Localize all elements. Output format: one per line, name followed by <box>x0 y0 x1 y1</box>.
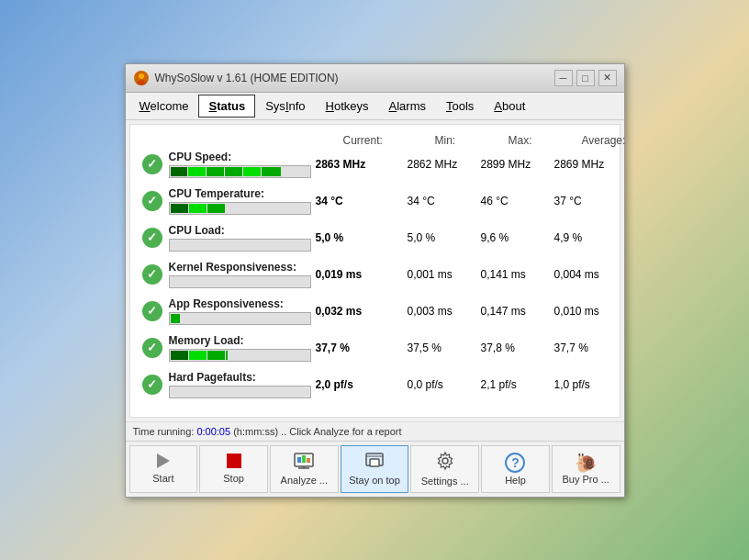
main-window: WhySoSlow v 1.61 (HOME EDITION) ─ □ ✕ We… <box>125 63 625 498</box>
title-bar: WhySoSlow v 1.61 (HOME EDITION) ─ □ ✕ <box>126 64 624 93</box>
mem-load-max: 37,8 % <box>481 342 554 354</box>
header-label-col <box>169 134 343 147</box>
start-label: Start <box>152 473 173 484</box>
svg-point-1 <box>139 73 144 79</box>
cpu-temp-max: 46 °C <box>481 195 554 207</box>
cpu-speed-avg: 2869 MHz <box>554 158 637 171</box>
pagefaults-max: 2,1 pf/s <box>481 378 554 391</box>
minimize-button[interactable]: ─ <box>554 70 573 86</box>
menu-status[interactable]: Status <box>198 95 255 118</box>
check-icon-cpu-temp: ✓ <box>141 190 163 212</box>
stat-row-app-resp: ✓ App Responsiveness: 0,032 ms 0,003 ms … <box>141 297 609 325</box>
help-icon: ? <box>505 453 525 473</box>
check-icon-cpu-speed: ✓ <box>141 153 163 175</box>
svg-rect-10 <box>370 459 379 466</box>
close-button[interactable]: ✕ <box>598 70 617 86</box>
progress-bar-cpu-load <box>169 239 311 252</box>
check-icon-pagefaults: ✓ <box>141 374 163 396</box>
stat-info-mem-load: Memory Load: <box>169 334 316 362</box>
stay-on-top-button[interactable]: Stay on top <box>341 445 409 493</box>
window-controls: ─ □ ✕ <box>554 70 617 86</box>
analyze-icon <box>293 452 315 473</box>
settings-icon <box>435 451 455 474</box>
window-title: WhySoSlow v 1.61 (HOME EDITION) <box>155 72 554 84</box>
svg-point-2 <box>137 80 146 85</box>
help-button[interactable]: ? Help <box>481 445 550 493</box>
menu-hotkeys[interactable]: Hotkeys <box>316 95 379 118</box>
cpu-load-current: 5,0 % <box>316 231 408 244</box>
progress-bar-cpu-speed <box>169 165 311 178</box>
mem-load-current: 37,7 % <box>316 342 408 354</box>
stop-label: Stop <box>223 473 244 484</box>
progress-bar-kernel-resp <box>169 275 311 288</box>
pagefaults-avg: 1,0 pf/s <box>554 378 637 391</box>
cpu-temp-current: 34 °C <box>316 195 408 207</box>
stay-on-top-icon <box>363 452 386 473</box>
app-resp-current: 0,032 ms <box>316 305 408 318</box>
app-resp-avg: 0,010 ms <box>554 305 637 318</box>
menu-welcome[interactable]: Welcome <box>129 95 199 118</box>
stat-row-mem-load: ✓ Memory Load: 37,7 % 37,5 % 37,8 % 37,7… <box>141 334 609 362</box>
check-icon-cpu-load: ✓ <box>141 227 163 249</box>
settings-button[interactable]: Settings ... <box>410 445 479 493</box>
stop-button[interactable]: Stop <box>199 445 268 493</box>
stat-info-cpu-temp: CPU Temperature: <box>169 187 316 215</box>
progress-bar-mem-load <box>169 349 311 362</box>
maximize-button[interactable]: □ <box>576 70 595 86</box>
check-icon-kernel-resp: ✓ <box>141 263 163 286</box>
help-label: Help <box>505 475 526 486</box>
cpu-load-avg: 4,9 % <box>554 231 637 244</box>
pagefaults-min: 0,0 pf/s <box>408 378 481 391</box>
menu-bar: Welcome Status SysInfo Hotkeys Alarms To… <box>126 93 624 120</box>
svg-rect-8 <box>307 458 310 463</box>
stat-row-cpu-speed: ✓ CPU Speed: 2863 MHz 2862 MHz 2899 <box>141 151 609 178</box>
stat-info-app-resp: App Responsiveness: <box>169 297 316 325</box>
cpu-speed-max: 2899 MHz <box>481 158 554 171</box>
progress-bar-pagefaults <box>169 386 311 398</box>
mem-load-avg: 37,7 % <box>554 342 637 354</box>
stat-info-pagefaults: Hard Pagefaults: <box>169 371 316 398</box>
menu-sysinfo[interactable]: SysInfo <box>255 95 315 118</box>
header-max: Max: <box>509 134 582 147</box>
header-avg: Average: <box>582 134 665 147</box>
pagefaults-current: 2,0 pf/s <box>316 378 408 391</box>
kernel-resp-avg: 0,004 ms <box>554 268 637 281</box>
stat-row-cpu-temp: ✓ CPU Temperature: 34 °C 34 °C 46 °C 37 … <box>141 187 609 215</box>
stat-info-kernel-resp: Kernel Responsiveness: <box>169 261 316 288</box>
progress-bar-app-resp <box>169 312 311 325</box>
cpu-temp-min: 34 °C <box>408 195 481 207</box>
app-icon <box>133 70 150 86</box>
stay-on-top-label: Stay on top <box>349 475 400 486</box>
menu-about[interactable]: About <box>484 95 535 118</box>
cpu-load-max: 9,6 % <box>481 231 554 244</box>
status-time: 0:00:05 <box>196 426 230 437</box>
check-icon-app-resp: ✓ <box>141 300 163 322</box>
header-current: Current: <box>343 134 435 147</box>
kernel-resp-current: 0,019 ms <box>316 268 408 281</box>
snail-icon: 🐌 <box>575 454 598 472</box>
header-min: Min: <box>435 134 509 147</box>
status-bar: Time running: 0:00:05 (h:mm:ss) .. Click… <box>126 421 624 441</box>
analyze-label: Analyze ... <box>281 475 328 486</box>
kernel-resp-min: 0,001 ms <box>408 268 481 281</box>
play-icon <box>157 454 170 471</box>
check-icon-mem-load: ✓ <box>141 337 163 359</box>
analyze-button[interactable]: Analyze ... <box>270 445 339 493</box>
cpu-temp-avg: 37 °C <box>554 195 637 207</box>
app-resp-min: 0,003 ms <box>408 305 481 318</box>
svg-rect-6 <box>297 457 301 463</box>
stats-header: Current: Min: Max: Average: <box>141 134 609 147</box>
buy-pro-label: Buy Pro ... <box>562 474 609 485</box>
mem-load-min: 37,5 % <box>408 342 481 354</box>
start-button[interactable]: Start <box>129 445 198 493</box>
content-panel: Current: Min: Max: Average: ✓ CPU Speed: <box>129 124 620 418</box>
progress-bar-cpu-temp <box>169 202 311 215</box>
stat-row-pagefaults: ✓ Hard Pagefaults: 2,0 pf/s 0,0 pf/s 2,1… <box>141 371 609 398</box>
menu-tools[interactable]: Tools <box>436 95 484 118</box>
toolbar: Start Stop Analyze ... <box>126 441 624 497</box>
app-resp-max: 0,147 ms <box>481 305 554 318</box>
cpu-load-min: 5,0 % <box>408 231 481 244</box>
stat-row-kernel-resp: ✓ Kernel Responsiveness: 0,019 ms 0,001 … <box>141 261 609 288</box>
buy-pro-button[interactable]: 🐌 Buy Pro ... <box>552 445 620 493</box>
menu-alarms[interactable]: Alarms <box>379 95 436 118</box>
